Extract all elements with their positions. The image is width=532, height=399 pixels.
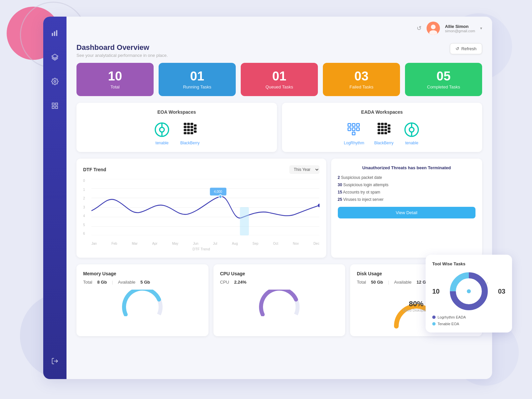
refresh-button[interactable]: ↺ Refresh bbox=[450, 43, 482, 54]
dtf-trend-card: DTF Trend This Year 6543210 bbox=[76, 159, 326, 258]
eada-logo-blackberry[interactable]: BlackBerry bbox=[374, 121, 393, 145]
stat-number: 01 bbox=[272, 70, 286, 82]
svg-rect-39 bbox=[378, 123, 380, 125]
tool-wise-card: Tool Wise Tasks 10 03 Logrhythm EADA Ten… bbox=[426, 255, 512, 332]
eoa-blackberry-label: BlackBerry bbox=[180, 141, 200, 145]
stat-card-purple: 10 Total bbox=[76, 63, 154, 96]
sidebar-item-settings[interactable] bbox=[49, 75, 61, 89]
svg-rect-51 bbox=[388, 124, 390, 127]
disk-total-label: Total bbox=[357, 280, 366, 285]
cpu-value: 2.24% bbox=[234, 280, 246, 285]
threat-item: 2 Suspicious packet date bbox=[338, 175, 475, 180]
eada-title: EADA Workspaces bbox=[290, 109, 474, 115]
dashboard-header: Dashboard Overview See your analytatical… bbox=[66, 40, 492, 63]
sidebar-item-layers[interactable] bbox=[49, 51, 61, 65]
svg-rect-21 bbox=[187, 126, 190, 128]
view-detail-button[interactable]: View Detail bbox=[338, 207, 475, 218]
cpu-donut-wrap bbox=[220, 290, 339, 316]
topbar-refresh-icon: ↺ bbox=[417, 25, 422, 32]
svg-rect-37 bbox=[356, 128, 359, 130]
eada-tenable-logo-icon bbox=[403, 121, 420, 138]
svg-rect-49 bbox=[381, 132, 384, 134]
eoa-logos: tenable bbox=[85, 121, 269, 145]
avatar bbox=[427, 22, 440, 35]
svg-rect-47 bbox=[384, 129, 387, 131]
stat-label: Total bbox=[110, 84, 119, 89]
main-card: ↺ Allie Simon simon@gmail.com ▾ Dashboar… bbox=[43, 17, 492, 379]
memory-donut-wrap bbox=[83, 290, 202, 316]
eoa-tenable-label: tenable bbox=[156, 141, 169, 145]
eada-logo-logrhythm[interactable]: LogRhythm bbox=[344, 121, 364, 145]
svg-rect-44 bbox=[384, 126, 387, 128]
svg-point-69 bbox=[318, 203, 320, 207]
svg-rect-53 bbox=[388, 130, 390, 133]
svg-rect-41 bbox=[384, 123, 387, 125]
stat-number: 01 bbox=[190, 70, 204, 82]
cpu-usage-card: CPU Usage CPU 2.24% bbox=[213, 264, 345, 336]
svg-rect-32 bbox=[348, 124, 350, 126]
svg-rect-22 bbox=[191, 126, 193, 128]
stat-number: 10 bbox=[108, 70, 122, 82]
eoa-workspace-card: EOA Workspaces tenable bbox=[76, 103, 277, 152]
svg-text:4,000: 4,000 bbox=[214, 190, 222, 194]
svg-rect-20 bbox=[184, 126, 187, 128]
threat-item: 15 Accounts try ot spam bbox=[338, 190, 475, 195]
dtf-header: DTF Trend This Year bbox=[83, 165, 320, 174]
stat-card-green: 05 Completed Tasks bbox=[405, 63, 482, 96]
sidebar-item-chart[interactable] bbox=[49, 27, 61, 41]
refresh-icon: ↺ bbox=[456, 46, 459, 51]
stat-label: Completed Tasks bbox=[427, 84, 460, 89]
eoa-logo-tenable[interactable]: tenable bbox=[154, 121, 170, 145]
eada-blackberry-logo-icon bbox=[375, 121, 392, 138]
legend-item-logrhythm: Logrhythm EADA bbox=[432, 315, 505, 319]
disk-available-label: Available bbox=[394, 280, 412, 285]
eada-blackberry-label-text: BlackBerry bbox=[374, 141, 393, 145]
svg-point-14 bbox=[160, 127, 164, 132]
legend-label-logrhythm: Logrhythm EADA bbox=[438, 315, 466, 319]
dtf-title: DTF Trend bbox=[83, 167, 106, 172]
svg-rect-7 bbox=[52, 106, 54, 108]
svg-rect-1 bbox=[54, 31, 55, 36]
eada-logo-tenable[interactable]: tenable bbox=[403, 121, 420, 145]
svg-rect-42 bbox=[378, 126, 380, 128]
svg-rect-45 bbox=[378, 129, 380, 131]
svg-rect-48 bbox=[378, 132, 380, 134]
memory-usage-stats: Total 8 Gb | Available 5 Gb bbox=[83, 280, 202, 285]
tool-wise-count-left: 10 bbox=[432, 288, 440, 295]
svg-rect-38 bbox=[352, 132, 355, 135]
sidebar-item-logout[interactable] bbox=[49, 355, 61, 369]
memory-total-label: Total bbox=[83, 280, 92, 285]
svg-point-11 bbox=[431, 25, 436, 29]
sidebar-item-grid[interactable] bbox=[49, 99, 61, 114]
memory-available-label: Available bbox=[118, 280, 136, 285]
svg-rect-18 bbox=[187, 123, 190, 125]
eada-logrhythm-label: LogRhythm bbox=[344, 141, 364, 145]
cpu-usage-title: CPU Usage bbox=[220, 271, 339, 276]
svg-rect-34 bbox=[352, 124, 355, 126]
svg-rect-8 bbox=[56, 106, 58, 108]
topbar: ↺ Allie Simon simon@gmail.com ▾ bbox=[66, 17, 492, 40]
svg-rect-30 bbox=[194, 127, 197, 130]
svg-rect-23 bbox=[184, 129, 187, 131]
user-email: simon@gmail.com bbox=[445, 29, 475, 33]
logrhythm-logo-icon bbox=[346, 121, 362, 138]
threat-item: 30 Suspicious login attempts bbox=[338, 183, 475, 187]
stat-number: 05 bbox=[437, 70, 451, 82]
period-select[interactable]: This Year bbox=[289, 165, 320, 174]
svg-rect-6 bbox=[56, 103, 58, 105]
user-dropdown-arrow[interactable]: ▾ bbox=[480, 26, 482, 31]
threats-card: Unauthorized Threats has been Terminated… bbox=[331, 159, 482, 258]
svg-rect-27 bbox=[187, 132, 190, 134]
eada-logos: LogRhythm bbox=[290, 121, 474, 145]
memory-total-value: 8 Gb bbox=[97, 280, 107, 285]
threat-item: 25 Viruses to inject server bbox=[338, 197, 475, 202]
stats-row: 10 Total 01 Running Tasks 01 Queued Task… bbox=[66, 63, 492, 103]
stat-label: Failed Tasks bbox=[349, 84, 373, 89]
middle-row: DTF Trend This Year 6543210 bbox=[66, 159, 492, 264]
chart-y-labels: 6543210 bbox=[83, 179, 87, 235]
eoa-logo-blackberry[interactable]: BlackBerry bbox=[180, 121, 200, 145]
blackberry-logo-icon bbox=[182, 121, 198, 138]
svg-rect-35 bbox=[352, 128, 355, 130]
page-title: Dashboard Overview bbox=[76, 43, 168, 52]
svg-rect-33 bbox=[348, 128, 350, 130]
